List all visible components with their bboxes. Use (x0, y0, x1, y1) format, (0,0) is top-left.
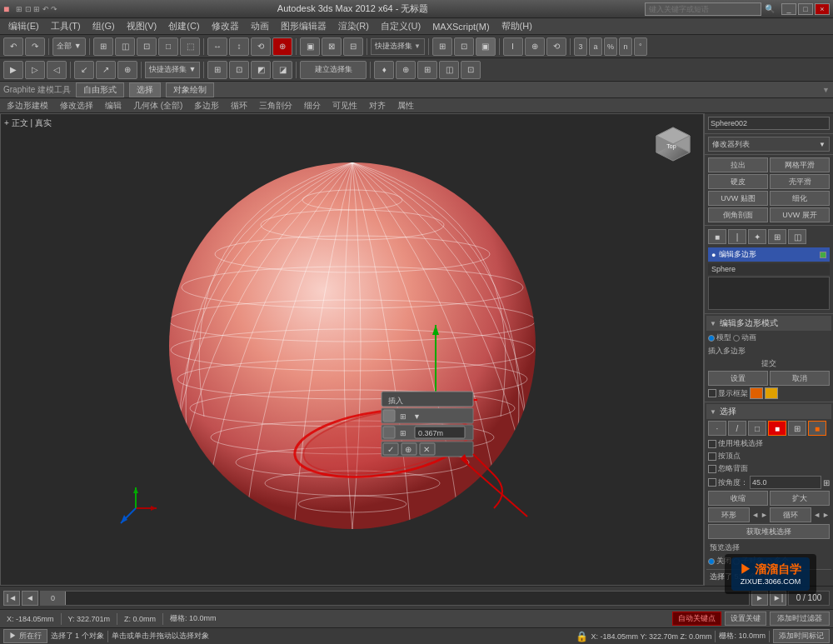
angle-input[interactable] (750, 476, 821, 489)
add-time-tag-btn[interactable]: 添加时间标记 (773, 629, 830, 643)
menu-create[interactable]: 创建(C) (163, 19, 204, 33)
tb-btn-10[interactable]: ▣ (300, 37, 320, 56)
lock-icon[interactable]: 🔒 (576, 631, 588, 642)
tb-btn-m3[interactable]: ⟲ (546, 37, 566, 56)
select-header[interactable]: 选择 (706, 404, 831, 419)
ignore-back-checkbox[interactable] (708, 465, 716, 473)
poly-btn-polygon[interactable]: 多边形 (191, 99, 222, 112)
auto-key-button[interactable]: 自动关键点 (672, 612, 721, 626)
cage-swatch-1[interactable] (750, 387, 763, 399)
ring-nav-right[interactable]: ► (761, 511, 768, 519)
sphere-stack-item[interactable]: Sphere (708, 263, 830, 275)
menu-tools[interactable]: 工具(T) (46, 19, 86, 33)
ring-nav-left[interactable]: ◄ (751, 511, 759, 519)
use-stack-checkbox[interactable] (708, 440, 716, 448)
graphite-tab-select[interactable]: 选择 (129, 82, 161, 97)
tb2-g1[interactable]: ♦ (374, 61, 394, 79)
tb-btn-s2[interactable]: ⊡ (454, 37, 474, 56)
off-radio[interactable] (708, 558, 715, 565)
model-radio[interactable] (708, 335, 715, 342)
vertex-icon[interactable]: · (708, 421, 726, 436)
poly-btn-loop[interactable]: 循环 (227, 99, 251, 112)
tb2-icon3[interactable]: ◩ (251, 61, 271, 79)
menu-maxscript[interactable]: MAXScript(M) (427, 21, 494, 32)
tb-btn-8[interactable]: ⟲ (251, 37, 271, 56)
poly-btn-properties[interactable]: 属性 (394, 99, 417, 112)
tb-btn-4[interactable]: □ (158, 37, 178, 56)
tb-btn-12[interactable]: ⊟ (343, 37, 363, 56)
tb-btn-1[interactable]: ⊞ (93, 37, 113, 56)
expand-button[interactable]: 扩大 (770, 491, 830, 506)
tb-btn-n5[interactable]: ° (634, 37, 647, 56)
graphite-tab-freeform[interactable]: 自由形式 (76, 82, 124, 97)
stack-icon-grid[interactable]: ⊞ (768, 229, 786, 244)
object-name-input[interactable] (708, 117, 830, 130)
angle-thresh-checkbox[interactable] (708, 478, 716, 487)
tb-btn-s1[interactable]: ⊞ (432, 37, 452, 56)
btn-uvw-map[interactable]: UVW 贴图 (708, 191, 768, 206)
poly-btn-modeling[interactable]: 多边形建模 (3, 99, 52, 112)
snap-dropdown[interactable]: 快捷选择集 ▼ (371, 38, 425, 55)
tb-btn-s3[interactable]: ▣ (476, 37, 496, 56)
nav-cube-area[interactable]: Top (648, 119, 698, 171)
btn-uvw-unwrap[interactable]: UVW 展开 (770, 207, 830, 222)
stack-icon-pin[interactable]: ■ (708, 229, 726, 244)
element-icon[interactable]: ⊞ (788, 421, 806, 436)
select-all-button[interactable]: 全部 ▼ (52, 37, 86, 56)
viewport-3d[interactable]: + 正文 | 真实 Top (0, 113, 704, 586)
poly-btn-geometry-all[interactable]: 几何体 (全部) (130, 99, 186, 112)
timeline-prev-btn[interactable]: ◄ (22, 591, 38, 606)
set-key-button[interactable]: 设置关键 (725, 612, 766, 626)
search-input[interactable] (645, 2, 761, 16)
poly-btn-align[interactable]: 对齐 (366, 99, 389, 112)
add-filter-button[interactable]: 添加时过滤器 (770, 612, 830, 626)
extra-icon[interactable]: ■ (808, 421, 826, 436)
tb2-g4[interactable]: ◫ (439, 61, 459, 79)
tb2-2[interactable]: ↗ (96, 61, 116, 79)
btn-shell-smooth[interactable]: 壳平滑 (770, 174, 830, 189)
modifier-dropdown[interactable]: 修改器列表 ▼ (708, 137, 830, 152)
poly-btn-edit[interactable]: 编辑 (102, 99, 125, 112)
play-fwd-btn[interactable]: ▷ (25, 61, 45, 79)
menu-help[interactable]: 帮助(H) (496, 19, 537, 33)
play-back-btn[interactable]: ◁ (47, 61, 67, 79)
poly-btn-triangulate[interactable]: 三角剖分 (256, 99, 296, 112)
quick-select-input[interactable]: 快捷选择集 ▼ (145, 62, 200, 78)
graphite-more[interactable]: ▼ (822, 86, 830, 94)
tb-btn-7[interactable]: ↕ (229, 37, 249, 56)
tb-btn-11[interactable]: ⊠ (322, 37, 342, 56)
border-icon[interactable]: □ (748, 421, 766, 436)
btn-extrude[interactable]: 拉出 (708, 157, 768, 172)
tb-btn-9[interactable]: ⊕ (272, 37, 292, 56)
ring-button[interactable]: 环形 (708, 507, 750, 522)
tb-btn-n4[interactable]: n (619, 37, 632, 56)
stack-icon-star[interactable]: ✦ (748, 229, 766, 244)
stack-icon-split[interactable]: ◫ (788, 229, 806, 244)
settings-button[interactable]: 设置 (708, 371, 768, 386)
tb-btn-3[interactable]: ⊡ (137, 37, 157, 56)
tb-btn-2[interactable]: ◫ (115, 37, 135, 56)
tb-btn-m1[interactable]: Ⅰ (503, 37, 523, 56)
undo-button[interactable]: ↶ (3, 37, 23, 56)
menu-render[interactable]: 渲染(R) (333, 19, 374, 33)
menu-modifier[interactable]: 修改器 (207, 19, 244, 33)
show-cage-checkbox[interactable] (708, 389, 716, 397)
loop-nav-right[interactable]: ► (822, 511, 830, 519)
close-button[interactable]: × (815, 3, 830, 15)
cage-swatch-2[interactable] (765, 387, 778, 399)
get-stack-button[interactable]: 获取堆栈选择 (708, 524, 830, 539)
play-btn[interactable]: ▶ (3, 61, 23, 79)
tb2-icon1[interactable]: ⊞ (207, 61, 227, 79)
btn-mesh-smooth[interactable]: 网格平滑 (770, 157, 830, 172)
loop-nav-left[interactable]: ◄ (813, 511, 821, 519)
animation-radio[interactable] (733, 335, 740, 342)
tb2-g5[interactable]: ⊡ (461, 61, 481, 79)
poly-btn-modify-select[interactable]: 修改选择 (57, 99, 97, 112)
btn-skin[interactable]: 硬皮 (708, 174, 768, 189)
redo-button[interactable]: ↷ (25, 37, 45, 56)
edit-poly-stack-item[interactable]: ● 编辑多边形 (708, 247, 830, 262)
graphite-tab-object-paint[interactable]: 对象绘制 (166, 82, 214, 97)
polygon-icon[interactable]: ■ (768, 421, 786, 436)
tb2-icon4[interactable]: ◪ (272, 61, 292, 79)
timeline-slider[interactable]: 0 (40, 591, 750, 606)
